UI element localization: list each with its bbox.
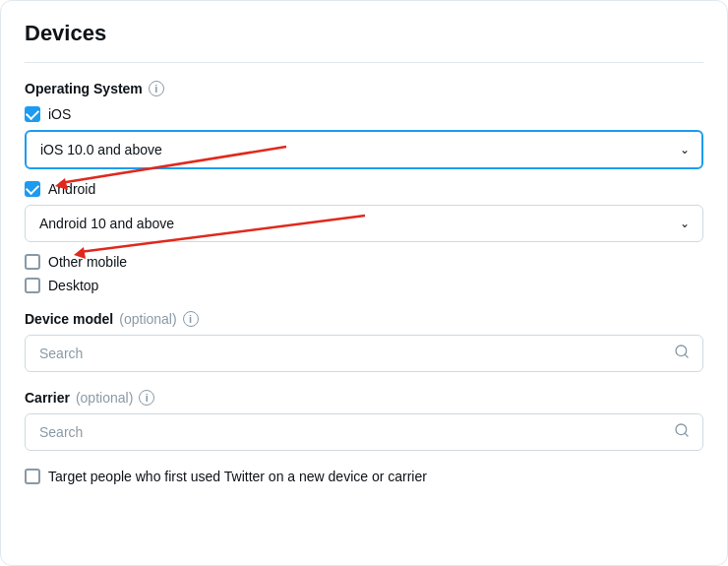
new-device-label[interactable]: Target people who first used Twitter on …	[48, 469, 427, 484]
desktop-checkbox[interactable]	[25, 278, 40, 293]
new-device-checkbox[interactable]	[25, 469, 40, 484]
android-dropdown[interactable]: Android 8 and above Android 9 and above …	[25, 205, 703, 242]
carrier-text: Carrier	[25, 390, 70, 406]
operating-system-section: Operating System i	[25, 81, 703, 96]
device-model-text: Device model	[25, 311, 113, 327]
operating-system-info-icon[interactable]: i	[149, 81, 164, 96]
carrier-search-input[interactable]	[25, 413, 703, 451]
devices-card: Devices Operating System i iOS iOS 10.0 …	[0, 0, 728, 566]
ios-row: iOS	[25, 106, 703, 122]
device-model-optional: (optional)	[119, 311, 176, 327]
desktop-label[interactable]: Desktop	[48, 278, 98, 293]
android-label[interactable]: Android	[48, 181, 95, 197]
other-mobile-checkbox[interactable]	[25, 254, 40, 270]
carrier-search-wrapper	[25, 413, 703, 451]
page-title: Devices	[25, 21, 703, 46]
new-device-row: Target people who first used Twitter on …	[25, 469, 703, 484]
ios-checkbox[interactable]	[25, 106, 40, 122]
device-model-label: Device model (optional) i	[25, 311, 703, 327]
svg-line-1	[685, 354, 688, 357]
ios-label[interactable]: iOS	[48, 106, 71, 122]
android-dropdown-container: Android 8 and above Android 9 and above …	[25, 205, 703, 242]
android-dropdown-wrapper: Android 8 and above Android 9 and above …	[25, 205, 703, 242]
ios-dropdown[interactable]: iOS 10.0 and above iOS 11.0 and above iO…	[25, 130, 703, 169]
other-mobile-row: Other mobile	[25, 254, 703, 270]
device-model-info-icon[interactable]: i	[183, 311, 199, 327]
svg-line-3	[685, 433, 688, 436]
divider	[25, 62, 703, 63]
carrier-optional: (optional)	[76, 390, 133, 406]
ios-dropdown-container: iOS 10.0 and above iOS 11.0 and above iO…	[25, 130, 703, 169]
android-checkbox[interactable]	[25, 181, 40, 197]
ios-dropdown-wrapper: iOS 10.0 and above iOS 11.0 and above iO…	[25, 130, 703, 169]
device-model-search-input[interactable]	[25, 335, 703, 372]
android-row: Android	[25, 181, 703, 197]
device-model-search-wrapper	[25, 335, 703, 372]
carrier-label: Carrier (optional) i	[25, 390, 703, 406]
carrier-search-icon	[674, 422, 690, 442]
device-model-search-icon	[674, 344, 690, 363]
carrier-info-icon[interactable]: i	[139, 390, 154, 406]
other-mobile-label[interactable]: Other mobile	[48, 254, 127, 270]
operating-system-label: Operating System	[25, 81, 143, 96]
desktop-row: Desktop	[25, 278, 703, 293]
